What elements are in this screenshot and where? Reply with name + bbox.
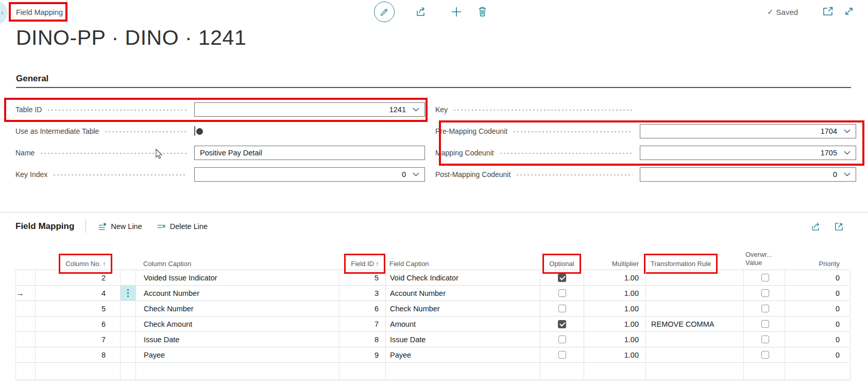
optional-checkbox[interactable] <box>558 305 566 312</box>
cell-field_caption[interactable]: Issue Date <box>386 332 540 347</box>
open-list-in-excel-icon[interactable] <box>834 222 844 232</box>
name-input[interactable]: Positive Pay Detail <box>194 146 425 160</box>
col-header-column_caption[interactable]: Column Caption <box>135 260 339 271</box>
cell-multiplier[interactable]: 1.00 <box>584 270 646 285</box>
cell-column_caption[interactable] <box>136 363 339 380</box>
optional-checkbox[interactable] <box>558 320 566 328</box>
expand-icon[interactable] <box>844 6 854 16</box>
cell-column_no[interactable]: 7 <box>36 332 121 347</box>
cell-selector[interactable] <box>16 347 36 362</box>
share-list-icon[interactable] <box>811 222 822 232</box>
overwrite_value-checkbox[interactable] <box>761 274 769 281</box>
cell-menu[interactable] <box>121 286 136 301</box>
cell-optional[interactable] <box>540 316 584 331</box>
overwrite_value-checkbox[interactable] <box>761 305 769 312</box>
use-as-intermediate-table-toggle[interactable] <box>194 126 195 136</box>
cell-optional[interactable] <box>540 301 584 316</box>
cell-transformation_rule[interactable] <box>646 301 744 316</box>
col-header-multiplier[interactable]: Multiplier <box>584 260 645 271</box>
cell-overwrite_value[interactable] <box>744 347 785 362</box>
cell-field_caption[interactable]: Check Number <box>386 301 540 316</box>
cell-overwrite_value[interactable] <box>744 316 785 331</box>
table-id-input[interactable]: 1241 <box>194 102 425 117</box>
share-icon[interactable] <box>415 6 428 17</box>
mapping-codeunit-input[interactable]: 1705 <box>640 146 856 160</box>
cell-field_id[interactable]: 3 <box>339 286 386 301</box>
cell-field_id[interactable]: 9 <box>339 347 386 362</box>
overwrite_value-checkbox[interactable] <box>761 336 769 343</box>
cell-priority[interactable]: 0 <box>785 286 850 301</box>
cell-multiplier[interactable] <box>584 363 646 380</box>
cell-overwrite_value[interactable] <box>744 286 785 301</box>
col-header-optional[interactable]: Optional <box>540 260 584 271</box>
cell-column_caption[interactable]: Check Number <box>136 301 339 316</box>
cell-multiplier[interactable]: 1.00 <box>584 301 646 316</box>
cell-field_id[interactable]: 8 <box>339 332 386 347</box>
key-index-input[interactable]: 0 <box>194 167 425 182</box>
cell-priority[interactable]: 0 <box>785 347 850 362</box>
cell-column_caption[interactable]: Check Amount <box>136 316 339 331</box>
cell-optional[interactable] <box>540 363 584 380</box>
row-menu-button[interactable] <box>121 286 135 301</box>
delete-line-button[interactable]: Delete Line <box>157 222 208 231</box>
cell-field_id[interactable]: 5 <box>339 270 386 285</box>
col-header-field_caption[interactable]: Field Caption <box>385 260 540 271</box>
cell-column_caption[interactable]: Issue Date <box>136 332 339 347</box>
col-header-column_no[interactable]: Column No.↑ <box>35 260 120 271</box>
overwrite_value-checkbox[interactable] <box>761 289 769 297</box>
optional-checkbox[interactable] <box>558 351 566 359</box>
col-header-priority[interactable]: Priority <box>785 260 850 271</box>
chevron-down-icon[interactable] <box>844 129 850 133</box>
cell-column_caption[interactable]: Account Number <box>136 286 339 301</box>
cell-field_caption[interactable]: Amount <box>386 316 540 331</box>
cell-priority[interactable]: 0 <box>785 270 850 285</box>
cell-field_caption[interactable] <box>386 363 540 380</box>
chevron-down-icon[interactable] <box>413 172 419 177</box>
cell-multiplier[interactable]: 1.00 <box>584 332 646 347</box>
col-header-transformation_rule[interactable]: Transformation Rule <box>645 260 743 271</box>
col-header-field_id[interactable]: Field ID↑ <box>339 260 385 271</box>
cell-selector[interactable] <box>16 301 36 316</box>
chevron-down-icon[interactable] <box>844 151 850 155</box>
new-line-button[interactable]: New Line <box>98 222 142 231</box>
cell-column_no[interactable]: 6 <box>36 316 121 331</box>
cell-multiplier[interactable]: 1.00 <box>584 316 646 331</box>
cell-column_no[interactable]: 5 <box>36 301 121 316</box>
pre-mapping-codeunit-input[interactable]: 1704 <box>640 124 856 138</box>
cell-column_no[interactable] <box>36 363 121 380</box>
cell-field_id[interactable]: 6 <box>339 301 386 316</box>
cell-selector[interactable] <box>16 270 36 285</box>
cell-column_no[interactable]: 8 <box>36 347 121 362</box>
overwrite_value-checkbox[interactable] <box>761 351 769 359</box>
cell-transformation_rule[interactable] <box>646 286 744 301</box>
cell-transformation_rule[interactable] <box>646 332 744 347</box>
cell-transformation_rule[interactable] <box>646 347 744 362</box>
cell-field_caption[interactable]: Account Number <box>386 286 540 301</box>
cell-multiplier[interactable]: 1.00 <box>584 286 646 301</box>
chevron-down-icon[interactable] <box>413 108 419 112</box>
overwrite_value-checkbox[interactable] <box>761 320 769 328</box>
optional-checkbox[interactable] <box>558 289 566 297</box>
cell-selector[interactable] <box>16 316 36 331</box>
cell-transformation_rule[interactable]: REMOVE COMMA <box>646 316 744 331</box>
cell-field_caption[interactable]: Payee <box>386 347 540 362</box>
cell-selector[interactable]: → <box>16 286 36 301</box>
cell-transformation_rule[interactable] <box>646 363 744 380</box>
cell-optional[interactable] <box>540 270 584 285</box>
edit-button[interactable] <box>374 2 395 22</box>
col-header-overwrite_value[interactable]: Overwr...Value <box>743 251 785 271</box>
optional-checkbox[interactable] <box>558 274 566 282</box>
cell-field_id[interactable] <box>339 363 386 380</box>
new-icon[interactable] <box>451 6 462 17</box>
cell-column_caption[interactable]: Voided Issue Indicator <box>136 270 339 285</box>
cell-column_caption[interactable]: Payee <box>136 347 339 362</box>
cell-overwrite_value[interactable] <box>744 332 785 347</box>
post-mapping-codeunit-input[interactable]: 0 <box>640 167 856 182</box>
open-in-new-window-icon[interactable] <box>822 6 833 16</box>
cell-selector[interactable] <box>16 332 36 347</box>
cell-transformation_rule[interactable] <box>646 270 744 285</box>
cell-optional[interactable] <box>540 347 584 362</box>
cell-multiplier[interactable]: 1.00 <box>584 347 646 362</box>
cell-field_id[interactable]: 7 <box>339 316 386 331</box>
optional-checkbox[interactable] <box>558 336 566 343</box>
